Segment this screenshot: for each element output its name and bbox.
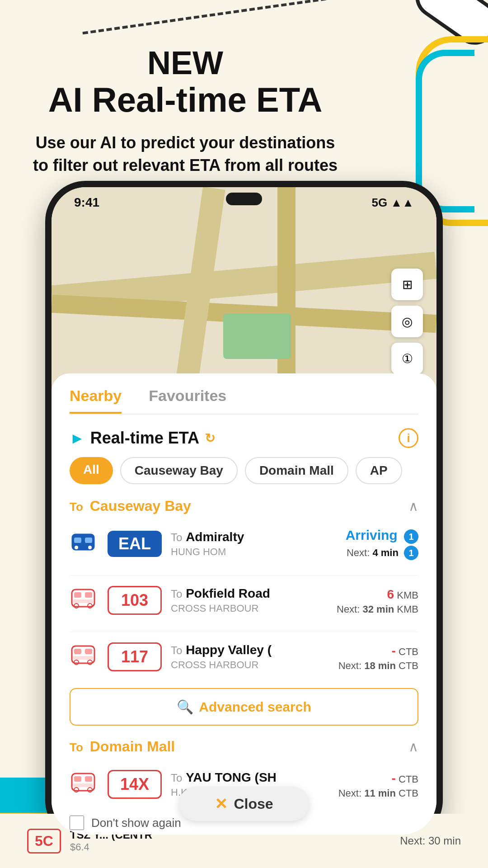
route-117-number: 117 bbox=[108, 642, 162, 671]
domain-mall-title: To Domain Mall bbox=[70, 738, 175, 755]
tab-nearby[interactable]: Nearby bbox=[70, 387, 122, 414]
route-117-next: Next: 18 min CTB bbox=[338, 660, 418, 672]
svg-point-4 bbox=[88, 545, 92, 550]
eal-dest-name: Admiralty bbox=[186, 530, 244, 544]
route-row-eal[interactable]: EAL To Admiralty Hung Hom Arriving 1 Nex… bbox=[70, 524, 418, 564]
domain-mall-name: Domain Mall bbox=[90, 738, 175, 755]
tab-bar: Nearby Favourites bbox=[70, 387, 418, 415]
bus-117-icon bbox=[70, 642, 99, 671]
route-117-mins: - CTB bbox=[338, 644, 418, 658]
status-signal: 5G ▲▲ bbox=[372, 196, 414, 210]
eta-header-row: ► Real-time ETA ↻ i bbox=[70, 428, 418, 448]
refresh-icon[interactable]: ↻ bbox=[205, 431, 215, 446]
to-label-domain: To bbox=[70, 741, 83, 754]
phone-frame: 9:41 5G ▲▲ ⊞ ◎ ① Nearby Favourites ► Rea… bbox=[45, 181, 443, 841]
bottom-route-next: Next: 30 min bbox=[400, 835, 461, 847]
route-103-dest-name: Pokfield Road bbox=[186, 586, 270, 600]
causeway-bay-title: To Causeway Bay bbox=[70, 498, 191, 514]
divider-1 bbox=[70, 575, 418, 576]
svg-rect-1 bbox=[74, 538, 81, 543]
causeway-collapse-icon[interactable]: ∧ bbox=[408, 498, 418, 514]
eal-transport-icon bbox=[70, 529, 99, 558]
close-icon: ✕ bbox=[215, 795, 227, 813]
map-green-area bbox=[223, 314, 291, 359]
svg-rect-18 bbox=[74, 776, 81, 782]
route-14x-mins: - CTB bbox=[338, 771, 418, 786]
route-117-dest-name: Happy Valley ( bbox=[186, 643, 272, 657]
eal-next-time: Next: 4 min 1 bbox=[346, 546, 418, 560]
route-14x-dest-name: YAU TONG (SH bbox=[186, 770, 277, 784]
route-14x-next: Next: 11 min CTB bbox=[338, 788, 418, 799]
search-icon: 🔍 bbox=[177, 699, 193, 715]
status-time: 9:41 bbox=[74, 195, 99, 210]
route-117-eta: - CTB Next: 18 min CTB bbox=[338, 642, 418, 672]
route-103-next: Next: 32 min KMB bbox=[337, 604, 418, 615]
eal-arriving-label: Arriving 1 bbox=[346, 528, 418, 544]
svg-rect-20 bbox=[73, 783, 93, 787]
filter-chips: All Causeway Bay Domain Mall AP bbox=[70, 457, 418, 484]
eal-route-info: To Admiralty Hung Hom bbox=[171, 530, 337, 558]
map-layers-button[interactable]: ⊞ bbox=[391, 269, 423, 300]
chip-all[interactable]: All bbox=[70, 457, 113, 484]
eal-eta: Arriving 1 Next: 4 min 1 bbox=[346, 528, 418, 560]
route-103-eta: 6 KMB Next: 32 min KMB bbox=[337, 585, 418, 615]
eal-destination: To Admiralty bbox=[171, 530, 337, 544]
route-117-via: CROSS HARBOUR bbox=[171, 659, 329, 671]
new-label: NEW bbox=[27, 45, 343, 81]
svg-rect-19 bbox=[85, 776, 92, 782]
bus-103-icon bbox=[70, 586, 99, 615]
domain-mall-section-header: To Domain Mall ∧ bbox=[70, 738, 418, 755]
subtitle-text: Use our AI to predict your destinations … bbox=[27, 132, 343, 177]
route-row-117[interactable]: 117 To Happy Valley ( CROSS HARBOUR - CT… bbox=[70, 637, 418, 677]
causeway-bay-name: Causeway Bay bbox=[90, 498, 191, 514]
close-button[interactable]: ✕ Close bbox=[178, 787, 309, 821]
svg-rect-12 bbox=[74, 649, 81, 654]
navigation-icon: ► bbox=[70, 429, 85, 447]
domain-collapse-icon[interactable]: ∧ bbox=[408, 739, 418, 755]
phone-mockup: 9:41 5G ▲▲ ⊞ ◎ ① Nearby Favourites ► Rea… bbox=[45, 181, 443, 841]
chip-causeway-bay[interactable]: Causeway Bay bbox=[120, 457, 238, 484]
route-14x-dest: To YAU TONG (SH bbox=[171, 770, 329, 785]
tab-favourites[interactable]: Favourites bbox=[149, 387, 226, 414]
svg-rect-8 bbox=[73, 599, 93, 603]
svg-rect-7 bbox=[85, 592, 92, 598]
chip-ap[interactable]: AP bbox=[356, 457, 402, 484]
svg-rect-6 bbox=[74, 592, 81, 598]
route-117-info: To Happy Valley ( CROSS HARBOUR bbox=[171, 643, 329, 671]
chip-domain-mall[interactable]: Domain Mall bbox=[245, 457, 348, 484]
svg-point-3 bbox=[74, 545, 79, 550]
advanced-search-button[interactable]: 🔍 Advanced search bbox=[70, 688, 418, 726]
svg-rect-2 bbox=[85, 538, 92, 543]
dont-show-label: Don't show again bbox=[91, 816, 181, 830]
causeway-bay-section-header: To Causeway Bay ∧ bbox=[70, 498, 418, 514]
route-14x-eta: - CTB Next: 11 min CTB bbox=[338, 769, 418, 799]
to-label-causeway: To bbox=[70, 500, 83, 514]
eta-title-text: Real-time ETA bbox=[90, 429, 199, 448]
eal-eta-badge-1: 1 bbox=[404, 529, 418, 544]
svg-rect-14 bbox=[73, 656, 93, 660]
route-103-via: CROSS HARBOUR bbox=[171, 603, 328, 614]
info-button[interactable]: i bbox=[399, 428, 418, 448]
bottom-sheet: Nearby Favourites ► Real-time ETA ↻ i Al… bbox=[52, 373, 436, 835]
advanced-search-label: Advanced search bbox=[199, 699, 311, 715]
map-controls: ⊞ ◎ ① bbox=[391, 269, 423, 374]
close-label: Close bbox=[234, 796, 273, 812]
camera-notch bbox=[226, 193, 262, 205]
map-location-button[interactable]: ◎ bbox=[391, 306, 423, 337]
route-103-number: 103 bbox=[108, 586, 162, 615]
svg-rect-13 bbox=[85, 649, 92, 654]
main-title: AI Real-time ETA bbox=[27, 81, 343, 119]
dashed-decoration bbox=[82, 0, 342, 34]
route-row-103[interactable]: 103 To Pokfield Road CROSS HARBOUR 6 KMB… bbox=[70, 580, 418, 621]
eta-title: ► Real-time ETA ↻ bbox=[70, 429, 215, 448]
header-section: NEW AI Real-time ETA Use our AI to predi… bbox=[27, 45, 343, 177]
bus-14x-icon bbox=[70, 770, 99, 799]
map-zoom-button[interactable]: ① bbox=[391, 343, 423, 374]
route-103-mins: 6 KMB bbox=[337, 587, 418, 602]
divider-2 bbox=[70, 632, 418, 632]
route-14x-number: 14X bbox=[108, 770, 162, 799]
route-103-info: To Pokfield Road CROSS HARBOUR bbox=[171, 586, 328, 614]
route-117-dest: To Happy Valley ( bbox=[171, 643, 329, 657]
dont-show-checkbox[interactable] bbox=[70, 816, 84, 830]
route-103-dest: To Pokfield Road bbox=[171, 586, 328, 601]
